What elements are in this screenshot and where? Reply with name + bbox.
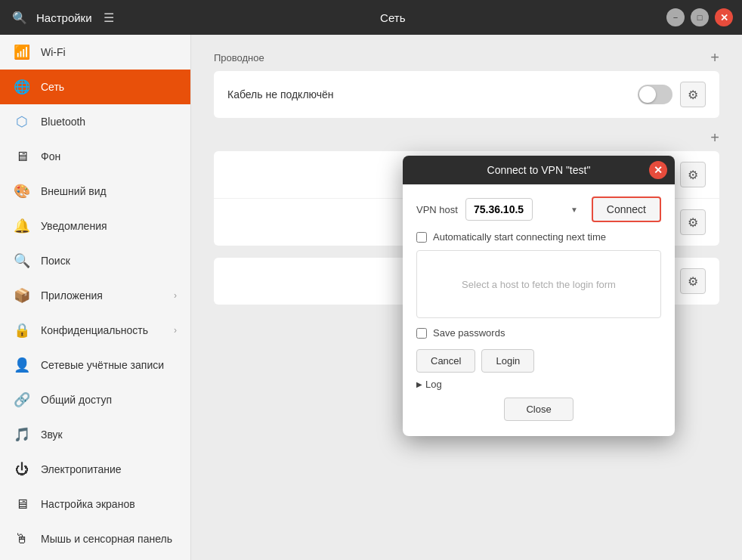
sidebar-item-bluetooth[interactable]: ⬡ Bluetooth [0,104,190,139]
sidebar-item-label: Электропитание [41,463,122,475]
sidebar-item-label: Сеть [41,81,64,93]
window-controls: − □ ✕ [666,8,733,26]
sidebar-item-label: Звук [41,429,63,441]
appearance-icon: 🎨 [14,183,30,200]
save-passwords-label: Save passwords [433,327,505,339]
sidebar-item-network[interactable]: 🌐 Сеть [0,70,190,104]
cable-toggle[interactable] [638,85,672,104]
sidebar-item-search[interactable]: 🔍 Поиск [0,243,190,278]
close-dialog-button[interactable]: Close [504,398,573,421]
sidebar-item-background[interactable]: 🖥 Фон [0,139,190,174]
wifi-icon: 📶 [14,44,30,60]
sidebar-item-label: Уведомления [41,220,107,232]
log-row[interactable]: ▶ Log [416,379,661,390]
apps-icon: 📦 [14,287,30,304]
cancel-button[interactable]: Cancel [416,349,475,373]
minimize-button[interactable]: − [666,8,685,26]
sidebar-item-apps[interactable]: 📦 Приложения › [0,278,190,313]
sidebar-item-label: Bluetooth [41,116,85,128]
vpn-section-header: + [214,130,719,145]
login-button[interactable]: Login [481,349,534,373]
vpn-host-label: VPN host [416,204,458,215]
dialog-body: VPN host 75.36.10.5 Connect Automaticall… [403,184,675,436]
dialog-titlebar: Connect to VPN "test" ✕ [403,156,675,184]
content-area: Проводное + Кабель не подключён ⚙ + [191,35,742,560]
sidebar-item-mouse[interactable]: 🖱 Мышь и сенсорная панель [0,521,190,556]
wired-section-title: Проводное [214,52,264,63]
vpn-host-select[interactable]: 75.36.10.5 [465,198,533,221]
sidebar-item-notifications[interactable]: 🔔 Уведомления [0,209,190,243]
sidebar-item-label: Мышь и сенсорная панель [41,533,172,545]
sidebar-item-label: Внешний вид [41,185,107,197]
auto-connect-label: Automatically start connecting next time [433,231,606,243]
save-passwords-row: Save passwords [416,327,661,339]
power-icon: ⏻ [14,462,30,478]
maximize-button[interactable]: □ [691,8,709,26]
sidebar-item-privacy[interactable]: 🔒 Конфиденциальность › [0,313,190,348]
chevron-right-icon: › [174,325,177,336]
close-button[interactable]: ✕ [715,8,733,26]
app-window: 🔍 Настройки ☰ Сеть − □ ✕ 📶 Wi-Fi 🌐 Сеть … [0,0,742,560]
sidebar-item-accounts[interactable]: 👤 Сетевые учётные записи [0,348,190,382]
dialog-action-row: Cancel Login [416,349,661,373]
search-icon[interactable]: 🔍 [9,7,30,28]
sidebar-item-label: Конфиденциальность [41,324,148,336]
dialog-bottom-row: Close [416,398,661,424]
vpn-add-button[interactable]: + [710,130,719,145]
cable-row: Кабель не подключён ⚙ [214,71,719,118]
privacy-icon: 🔒 [14,322,30,339]
vpn-host-select-wrapper: 75.36.10.5 [465,198,584,221]
dialog-close-button[interactable]: ✕ [649,161,667,179]
sidebar-item-label: Общий доступ [41,394,112,406]
log-label: Log [425,379,442,390]
cable-name: Кабель не подключён [227,88,638,101]
cable-gear-button[interactable]: ⚙ [680,82,706,107]
chevron-right-icon: › [174,290,177,301]
sidebar-item-sound[interactable]: 🎵 Звук [0,417,190,452]
log-triangle-icon: ▶ [416,380,422,388]
login-form-area: Select a host to fetch the login form [416,250,661,318]
wired-card: Кабель не подключён ⚙ [214,71,719,118]
displays-icon: 🖥 [14,497,30,512]
dialog-title: Connect to VPN "test" [487,164,591,176]
sidebar-item-sharing[interactable]: 🔗 Общий доступ [0,382,190,417]
vpn-gear-button-2[interactable]: ⚙ [680,209,706,235]
accounts-icon: 👤 [14,357,30,373]
bluetooth-icon: ⬡ [14,113,30,130]
sidebar-item-label: Приложения [41,289,103,302]
sidebar-item-label: Настройка экранов [41,498,135,510]
sidebar-item-label: Фон [41,150,60,162]
menu-icon[interactable]: ☰ [98,7,119,28]
sidebar: 📶 Wi-Fi 🌐 Сеть ⬡ Bluetooth 🖥 Фон 🎨 Внешн [0,35,191,560]
sidebar-item-label: Wi-Fi [41,46,66,58]
sidebar-item-displays[interactable]: 🖥 Настройка экранов [0,487,190,521]
connect-button[interactable]: Connect [592,196,661,222]
sidebar-item-appearance[interactable]: 🎨 Внешний вид [0,174,190,209]
mouse-icon: 🖱 [14,531,30,547]
sharing-icon: 🔗 [14,391,30,408]
wired-section-header: Проводное + [214,50,719,65]
sidebar-item-label: Сетевые учётные записи [41,359,164,371]
login-form-placeholder: Select a host to fetch the login form [462,279,616,290]
titlebar: 🔍 Настройки ☰ Сеть − □ ✕ [0,0,742,35]
app-title: Настройки [36,11,92,24]
save-passwords-checkbox[interactable] [416,328,427,339]
auto-connect-checkbox[interactable] [416,232,427,243]
sidebar-item-label: Поиск [41,255,70,267]
vpn-host-row: VPN host 75.36.10.5 Connect [416,196,661,222]
sound-icon: 🎵 [14,426,30,443]
window-title: Сеть [119,11,666,24]
background-icon: 🖥 [14,149,30,165]
main-layout: 📶 Wi-Fi 🌐 Сеть ⬡ Bluetooth 🖥 Фон 🎨 Внешн [0,35,742,560]
auto-connect-row: Automatically start connecting next time [416,231,661,243]
network-icon: 🌐 [14,79,30,95]
wired-add-button[interactable]: + [710,50,719,65]
notifications-icon: 🔔 [14,218,30,234]
sidebar-item-power[interactable]: ⏻ Электропитание [0,452,190,487]
proxy-gear-button[interactable]: ⚙ [680,268,706,294]
search-nav-icon: 🔍 [14,252,30,269]
vpn-dialog: Connect to VPN "test" ✕ VPN host 75.36.1… [403,156,675,436]
sidebar-item-wifi[interactable]: 📶 Wi-Fi [0,35,190,70]
vpn-gear-button-1[interactable]: ⚙ [680,162,706,187]
